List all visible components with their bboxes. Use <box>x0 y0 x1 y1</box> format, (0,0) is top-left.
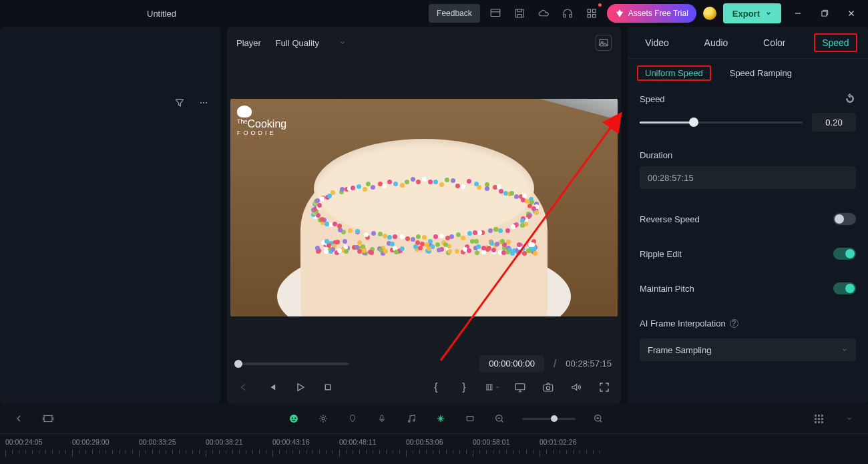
svg-rect-6 <box>588 15 591 18</box>
svg-rect-19 <box>44 416 52 422</box>
speed-slider[interactable] <box>640 122 803 124</box>
svg-rect-17 <box>544 385 553 391</box>
assets-free-trial-button[interactable]: Assets Free Trial <box>607 4 696 23</box>
ruler-mark: 00:00:58:01 <box>473 438 539 446</box>
snapshot-icon[interactable] <box>596 35 612 51</box>
svg-rect-16 <box>515 384 525 390</box>
title-bar: Untitled Feedback Assets Free Trial Expo… <box>0 0 868 27</box>
subtab-speed-ramping[interactable]: Speed Ramping <box>723 65 799 81</box>
tl-zoom-slider[interactable] <box>522 418 576 420</box>
ripple-edit-toggle[interactable] <box>833 248 856 260</box>
tl-mic-icon[interactable] <box>375 412 389 425</box>
ai-interpolation-select[interactable]: Frame Sampling <box>640 338 856 361</box>
ruler-mark: 00:00:53:06 <box>406 438 473 446</box>
ruler-mark: 00:00:38:21 <box>206 438 272 446</box>
aspect-crop-icon[interactable] <box>485 380 499 395</box>
feedback-button[interactable]: Feedback <box>429 4 480 23</box>
svg-rect-5 <box>592 9 596 13</box>
svg-rect-4 <box>588 9 591 13</box>
inspector-panel: Video Audio Color Speed Uniform Speed Sp… <box>628 27 868 404</box>
tab-speed[interactable]: Speed <box>814 33 857 52</box>
tl-adjust-icon[interactable] <box>316 412 330 425</box>
maintain-pitch-toggle[interactable] <box>833 282 856 294</box>
reverse-speed-toggle[interactable] <box>833 213 856 225</box>
tl-zoom-out-icon[interactable] <box>493 412 506 425</box>
svg-rect-1 <box>515 9 523 17</box>
headphones-icon[interactable] <box>559 5 576 22</box>
duration-input[interactable]: 00:28:57:15 <box>640 166 856 189</box>
export-label: Export <box>732 9 760 19</box>
quality-dropdown[interactable]: Full Quality <box>270 35 351 51</box>
total-time: 00:28:57:15 <box>566 359 612 369</box>
tl-effects-icon[interactable] <box>434 412 447 425</box>
tl-clip-icon[interactable] <box>41 412 55 425</box>
tl-marker-icon[interactable] <box>346 412 359 425</box>
svg-rect-0 <box>491 9 500 17</box>
save-icon[interactable] <box>511 5 528 22</box>
export-button[interactable]: Export <box>723 3 781 23</box>
volume-icon[interactable] <box>569 380 584 395</box>
ai-interpolation-label: AI Frame Interpolation <box>640 318 726 328</box>
svg-point-11 <box>206 102 207 103</box>
maintain-pitch-label: Maintain Pitch <box>640 284 694 294</box>
tab-audio[interactable]: Audio <box>698 33 735 52</box>
inspector-tabs: Video Audio Color Speed <box>628 27 868 59</box>
tl-chevron-down-icon[interactable] <box>843 412 856 425</box>
svg-rect-15 <box>487 385 492 390</box>
timeline-back-icon[interactable] <box>12 412 25 425</box>
cloud-icon[interactable] <box>535 5 552 22</box>
play-button[interactable] <box>292 380 307 395</box>
window-minimize[interactable] <box>788 3 808 23</box>
stop-button[interactable] <box>320 380 335 395</box>
time-divider: / <box>554 358 556 370</box>
tab-color[interactable]: Color <box>756 33 792 52</box>
tl-music-icon[interactable] <box>405 412 418 425</box>
svg-point-20 <box>290 415 298 423</box>
svg-rect-8 <box>822 11 827 16</box>
speed-value-input[interactable]: 0.20 <box>812 113 856 132</box>
window-close[interactable] <box>841 3 861 23</box>
info-icon[interactable]: ? <box>730 319 738 328</box>
svg-rect-7 <box>592 15 596 18</box>
timeline-ruler[interactable]: 00:00:24:0500:00:29:0000:00:33:2500:00:3… <box>0 433 868 464</box>
video-preview[interactable]: TheCooking FOODIE <box>230 99 618 316</box>
quality-value: Full Quality <box>276 38 319 48</box>
profile-avatar[interactable] <box>703 7 716 20</box>
more-icon[interactable] <box>198 97 210 109</box>
video-watermark: TheCooking FOODIE <box>237 105 286 136</box>
assets-label: Assets Free Trial <box>628 9 688 18</box>
step-back-button[interactable] <box>264 380 279 395</box>
ai-select-value: Frame Sampling <box>648 345 711 355</box>
tl-grid-options-icon[interactable] <box>813 412 827 425</box>
window-maximize[interactable] <box>815 3 835 23</box>
speed-label: Speed <box>640 94 665 104</box>
apps-icon[interactable] <box>583 5 600 22</box>
layout-icon[interactable] <box>487 5 504 22</box>
svg-point-22 <box>294 417 296 419</box>
svg-point-25 <box>408 421 410 423</box>
mark-in-icon[interactable]: { <box>429 380 443 395</box>
document-title: Untitled <box>147 9 176 19</box>
svg-rect-3 <box>570 15 572 18</box>
current-time: 00:00:00:00 <box>479 355 544 372</box>
seek-slider[interactable] <box>236 363 349 365</box>
svg-point-23 <box>322 417 324 420</box>
svg-rect-27 <box>467 417 473 421</box>
ripple-edit-label: Ripple Edit <box>640 249 682 259</box>
tl-ai-icon[interactable] <box>287 412 300 425</box>
chevron-down-icon <box>841 346 848 353</box>
tl-crop-icon[interactable] <box>463 412 477 425</box>
subtab-uniform-speed[interactable]: Uniform Speed <box>637 65 711 81</box>
ruler-mark: 00:00:33:25 <box>139 438 206 446</box>
display-icon[interactable] <box>513 380 527 395</box>
svg-point-18 <box>546 387 550 390</box>
fullscreen-icon[interactable] <box>597 380 612 395</box>
reset-speed-icon[interactable] <box>844 93 856 105</box>
camera-icon[interactable] <box>541 380 556 395</box>
mark-out-icon[interactable]: } <box>457 380 471 395</box>
reverse-speed-label: Reverse Speed <box>640 214 700 224</box>
tab-video[interactable]: Video <box>638 33 676 52</box>
tl-zoom-in-icon[interactable] <box>592 412 605 425</box>
filter-icon[interactable] <box>174 97 186 109</box>
player-label: Player <box>236 38 261 48</box>
